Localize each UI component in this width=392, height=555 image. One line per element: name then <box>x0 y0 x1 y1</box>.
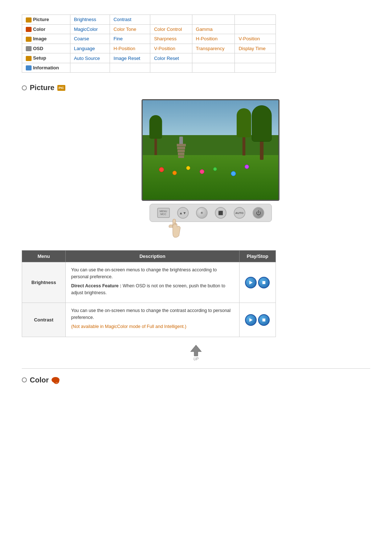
select-button-label: ⬛ <box>218 211 223 215</box>
nav-link-0-1[interactable]: Contrast <box>110 15 150 25</box>
stop-button-0[interactable] <box>258 277 270 288</box>
nav-menu-item-picture[interactable]: Picture <box>22 15 70 25</box>
desc-bold-part: Direct Access Feature : <box>71 283 122 288</box>
nav-menu-item-osd[interactable]: OSD <box>22 44 70 53</box>
nav-link-text: Sharpness <box>154 36 176 41</box>
nav-link-text: V-Position <box>154 46 175 51</box>
up-arrow-svg <box>189 344 203 357</box>
nav-link-text: Auto Source <box>74 56 100 61</box>
svg-marker-5 <box>191 345 201 356</box>
nav-icon-information <box>26 65 32 70</box>
color-icon-badge <box>52 377 60 383</box>
color-section-heading: Color <box>22 376 370 384</box>
nav-link-text: Gamma <box>196 27 213 32</box>
nav-link-3-0[interactable]: Language <box>70 44 110 53</box>
svg-rect-4 <box>262 319 265 321</box>
nav-menu-item-image[interactable]: Image <box>22 34 70 44</box>
nav-icon-setup <box>26 56 32 61</box>
nav-link-1-1[interactable]: Color Tone <box>110 24 150 34</box>
nav-menu-item-information[interactable]: Information <box>22 63 70 73</box>
monitor-container: MENUMCC ▲▼ ☀ ⬛ AUTO ⏻ <box>51 99 370 239</box>
picture-title: Picture <box>30 84 54 92</box>
nav-menu-item-setup[interactable]: Setup <box>22 53 70 63</box>
nav-link-3-2[interactable]: V-Position <box>150 44 192 53</box>
nav-link-4-2[interactable]: Color Reset <box>150 53 192 63</box>
play-buttons-1 <box>245 314 270 326</box>
power-button[interactable]: ⏻ <box>253 207 264 219</box>
nav-link-1-0[interactable]: MagicColor <box>70 24 110 34</box>
nav-link-0-0[interactable]: Brightness <box>70 15 110 25</box>
color-circle-icon <box>22 377 27 382</box>
desc-line-0-0: You can use the on-screen menus to chang… <box>71 267 234 280</box>
section-divider <box>22 368 370 369</box>
table-play-brightness <box>239 262 275 303</box>
nav-link-4-1[interactable]: Image Reset <box>110 53 150 63</box>
brightness-button[interactable]: ☀ <box>196 207 208 219</box>
nav-link-text: Fine <box>114 36 123 41</box>
picture-circle-icon <box>22 85 27 90</box>
nav-link-5-2 <box>150 63 192 73</box>
menu-button[interactable]: MENUMCC <box>157 208 170 218</box>
nav-link-4-4 <box>235 53 276 63</box>
svg-point-6 <box>54 378 59 384</box>
power-button-label: ⏻ <box>256 210 261 216</box>
table-desc-brightness: You can use the on-screen menus to chang… <box>65 262 239 303</box>
nav-link-text: Coarse <box>74 36 89 41</box>
nav-link-4-0[interactable]: Auto Source <box>70 53 110 63</box>
menu-button-label: MENUMCC <box>160 210 167 216</box>
monitor-screen <box>142 99 279 201</box>
nav-link-5-0 <box>70 63 110 73</box>
nav-menu-item-color[interactable]: Color <box>22 24 70 34</box>
picture-icon-badge: PIC <box>57 85 65 91</box>
nav-link-2-2[interactable]: Sharpness <box>150 34 192 44</box>
stop-button-1[interactable] <box>258 314 270 326</box>
nav-link-text: Image Reset <box>114 56 140 61</box>
nav-link-3-1[interactable]: H-Position <box>110 44 150 53</box>
desc-line-1-1: (Not available in MagicColor mode of Ful… <box>71 323 234 330</box>
nav-link-2-3[interactable]: H-Position <box>192 34 235 44</box>
table-menu-contrast: Contrast <box>22 303 66 337</box>
nav-link-text: MagicColor <box>74 27 98 32</box>
nav-icon-color <box>26 27 32 32</box>
hand-cursor-icon <box>166 218 183 238</box>
svg-rect-2 <box>262 281 265 284</box>
table-desc-contrast: You can use the on-screen menus to chang… <box>65 303 239 337</box>
nav-link-2-4[interactable]: V-Position <box>235 34 276 44</box>
nav-link-text: Color Reset <box>154 56 179 61</box>
auto-button[interactable]: AUTO <box>234 207 245 219</box>
nav-link-2-0[interactable]: Coarse <box>70 34 110 44</box>
desc-line-0-1: Direct Access Feature : When OSD is not … <box>71 283 234 296</box>
nav-link-3-4[interactable]: Display Time <box>235 44 276 53</box>
nav-label-setup: Setup <box>33 55 46 61</box>
desc-line-1-0: You can use the on-screen menus to chang… <box>71 307 234 321</box>
nav-button[interactable]: ▲▼ <box>177 207 189 219</box>
color-section: Color <box>22 376 370 384</box>
table-menu-brightness: Brightness <box>22 262 66 303</box>
picture-section-heading: Picture PIC <box>22 84 370 92</box>
auto-button-label: AUTO <box>235 211 244 215</box>
table-header-description: Description <box>65 251 239 262</box>
nav-label-information: Information <box>33 65 59 70</box>
play-button-1[interactable] <box>245 314 257 326</box>
nav-link-text: V-Position <box>238 36 260 41</box>
brightness-button-label: ☀ <box>200 211 204 215</box>
nav-link-0-3 <box>192 15 235 25</box>
nav-link-3-3[interactable]: Transparency <box>192 44 235 53</box>
nav-link-text: H-Position <box>196 36 218 41</box>
nav-icon-osd <box>26 46 32 51</box>
nav-button-label: ▲▼ <box>179 211 187 215</box>
nav-link-1-2[interactable]: Color Control <box>150 24 192 34</box>
select-button[interactable]: ⬛ <box>215 207 226 219</box>
hand-cursor-area <box>166 218 183 239</box>
nav-link-text: Contrast <box>114 17 131 22</box>
nav-link-0-2 <box>150 15 192 25</box>
nav-label-osd: OSD <box>33 46 43 51</box>
page-wrapper: PictureBrightnessContrastColorMagicColor… <box>0 0 392 406</box>
nav-link-1-3[interactable]: Gamma <box>192 24 235 34</box>
nav-link-2-1[interactable]: Fine <box>110 34 150 44</box>
nav-link-text: Transparency <box>196 46 225 51</box>
play-button-0[interactable] <box>245 277 257 288</box>
nav-table: PictureBrightnessContrastColorMagicColor… <box>22 15 276 73</box>
info-table: Menu Description Play/Stop BrightnessYou… <box>22 250 276 337</box>
nav-label-color: Color <box>33 27 45 32</box>
